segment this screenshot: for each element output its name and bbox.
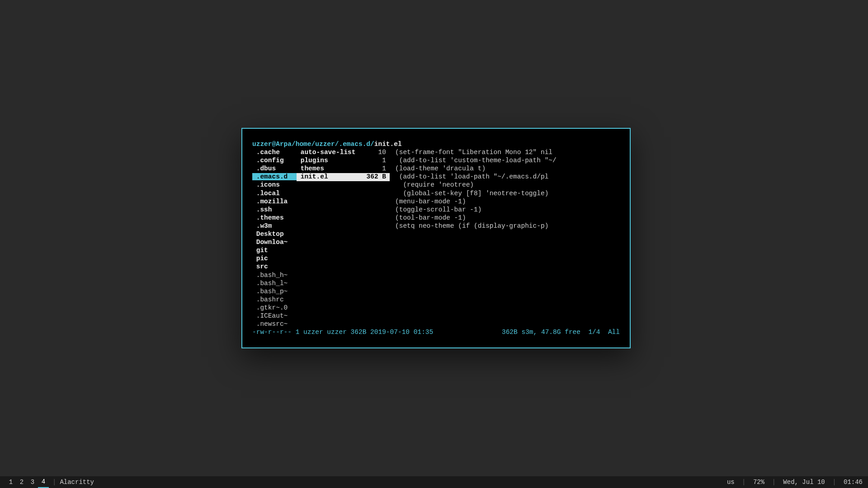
- file-row: .ICEaut~: [252, 312, 620, 320]
- dir-entry[interactable]: .themes: [252, 214, 284, 221]
- file-row: .dbus themes1(load-theme 'dracula t): [252, 165, 620, 173]
- preview-line: [390, 239, 620, 247]
- preview-line: (load-theme 'dracula t): [390, 165, 620, 173]
- file-row: .newsrc~: [252, 320, 620, 328]
- workspace-1[interactable]: 1: [5, 476, 16, 488]
- file-entry[interactable]: .bash_l~: [252, 280, 288, 287]
- file-row: .icons (require 'neotree): [252, 181, 620, 189]
- dir-entry[interactable]: .w3m: [252, 222, 272, 230]
- dir-entry[interactable]: .cache: [252, 149, 280, 156]
- dir-entry[interactable]: .local: [252, 190, 280, 197]
- preview-line: [390, 263, 620, 271]
- preview-line: [390, 296, 620, 304]
- file-row: .emacs.d init.el362 B (add-to-list 'load…: [252, 173, 620, 181]
- dir-entry[interactable]: .mozilla: [252, 198, 288, 205]
- mid-entry-name[interactable]: init.el: [297, 173, 328, 181]
- taskbar: 1234 | Alacritty us | 72% | Wed, Jul 10 …: [0, 476, 868, 488]
- date: Wed, Jul 10: [783, 479, 825, 486]
- status-left: -rw-r--r-- 1 uzzer uzzer 362B 2019-07-10…: [252, 328, 433, 337]
- separator: |: [738, 479, 750, 486]
- dir-entry[interactable]: git: [252, 247, 268, 254]
- mid-entry-name[interactable]: themes: [297, 165, 324, 173]
- preview-line: [390, 304, 620, 312]
- time: 01:46: [844, 479, 863, 486]
- preview-line: [390, 312, 620, 320]
- mid-entry-name[interactable]: plugins: [297, 157, 328, 165]
- file-entry[interactable]: .bashrc: [252, 296, 284, 303]
- file-row: .ssh(toggle-scroll-bar -1): [252, 206, 620, 214]
- preview-line: [390, 288, 620, 296]
- preview-line: (setq neo-theme (if (display-graphic-p): [390, 222, 620, 230]
- mid-entry-size: 10: [378, 149, 386, 157]
- file-row: .bash_p~: [252, 288, 620, 296]
- status-right: 362B s3m, 47.8G free 1/4 All: [502, 328, 620, 337]
- workspace-4[interactable]: 4: [38, 476, 49, 488]
- terminal-window: uzzer@Arpa /home/uzzer/.emacs.d/ init.el…: [241, 128, 631, 348]
- preview-line: (require 'neotree): [390, 181, 620, 189]
- file-row: Downloa~: [252, 239, 620, 247]
- user-host: uzzer@Arpa: [252, 141, 292, 149]
- preview-line: (menu-bar-mode -1): [390, 198, 620, 206]
- separator: |: [768, 479, 779, 486]
- mid-entry-size: 362 B: [366, 173, 386, 181]
- dir-entry[interactable]: .config: [252, 157, 284, 164]
- separator: |: [52, 479, 56, 486]
- mid-entry-name[interactable]: auto-save-list: [297, 149, 356, 157]
- separator: |: [829, 479, 840, 486]
- path-header: uzzer@Arpa /home/uzzer/.emacs.d/ init.el: [252, 141, 620, 149]
- preview-line: [390, 272, 620, 280]
- file-row: .bashrc: [252, 296, 620, 304]
- mid-entry-size: 1: [382, 165, 386, 173]
- workspace-list: 1234: [5, 476, 49, 488]
- preview-line: [390, 320, 620, 328]
- file-row: git: [252, 247, 620, 255]
- preview-line: [390, 230, 620, 239]
- file-entry[interactable]: .bash_h~: [252, 272, 288, 279]
- preview-line: [390, 255, 620, 263]
- dir-entry[interactable]: .icons: [252, 181, 280, 188]
- file-row: .bash_l~: [252, 280, 620, 288]
- file-row: .w3m(setq neo-theme (if (display-graphic…: [252, 222, 620, 230]
- file-row: .gtkr~.0: [252, 304, 620, 312]
- dir-entry[interactable]: .emacs.d: [252, 173, 297, 180]
- workspace-3[interactable]: 3: [27, 476, 38, 488]
- current-path: /home/uzzer/.emacs.d/: [292, 141, 374, 149]
- file-entry[interactable]: .ICEaut~: [252, 312, 288, 319]
- preview-line: (add-to-list 'custom-theme-load-path "~/: [390, 157, 620, 165]
- file-row: pic: [252, 255, 620, 263]
- dir-entry[interactable]: .dbus: [252, 165, 276, 172]
- dir-entry[interactable]: .ssh: [252, 206, 272, 213]
- file-row: .mozilla(menu-bar-mode -1): [252, 198, 620, 206]
- preview-line: (set-frame-font "Liberation Mono 12" nil: [390, 149, 620, 157]
- preview-line: (add-to-list 'load-path "~/.emacs.d/pl: [390, 173, 620, 181]
- dir-entry[interactable]: src: [252, 263, 268, 270]
- status-line: -rw-r--r-- 1 uzzer uzzer 362B 2019-07-10…: [252, 328, 620, 337]
- file-row: src: [252, 263, 620, 271]
- mid-entry-size: 1: [382, 157, 386, 165]
- file-row: Desktop: [252, 230, 620, 239]
- file-row: .bash_h~: [252, 272, 620, 280]
- file-row: .config plugins1 (add-to-list 'custom-th…: [252, 157, 620, 165]
- battery-percent: 72%: [753, 479, 764, 486]
- preview-line: (toggle-scroll-bar -1): [390, 206, 620, 214]
- dir-entry[interactable]: Downloa~: [252, 239, 288, 246]
- keyboard-layout: us: [727, 479, 735, 486]
- file-entry[interactable]: .gtkr~.0: [252, 304, 288, 311]
- file-row: .cache auto-save-list10(set-frame-font "…: [252, 149, 620, 157]
- preview-line: [390, 280, 620, 288]
- file-row: .local (global-set-key [f8] 'neotree-tog…: [252, 190, 620, 198]
- active-app-name: Alacritty: [60, 479, 94, 486]
- preview-line: [390, 247, 620, 255]
- preview-line: (tool-bar-mode -1): [390, 214, 620, 222]
- file-entry[interactable]: .newsrc~: [252, 320, 288, 328]
- workspace-2[interactable]: 2: [16, 476, 27, 488]
- dir-entry[interactable]: Desktop: [252, 230, 284, 238]
- dir-entry[interactable]: pic: [252, 255, 268, 262]
- file-entry[interactable]: .bash_p~: [252, 288, 288, 295]
- current-file: init.el: [374, 141, 402, 149]
- file-row: .themes(tool-bar-mode -1): [252, 214, 620, 222]
- taskbar-right: us | 72% | Wed, Jul 10 | 01:46: [727, 479, 863, 486]
- preview-line: (global-set-key [f8] 'neotree-toggle): [390, 190, 620, 198]
